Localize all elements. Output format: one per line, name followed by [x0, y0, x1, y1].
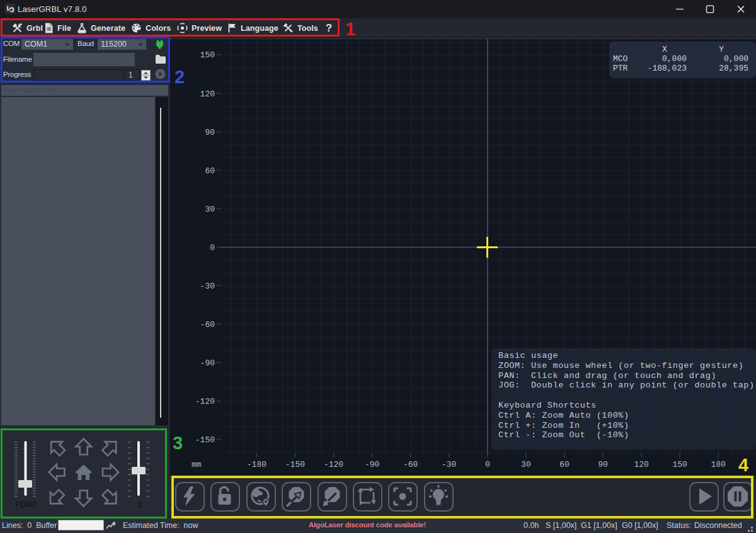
- svg-text:0: 0: [210, 243, 215, 253]
- svg-text:-90: -90: [200, 358, 215, 368]
- svg-text:-120: -120: [195, 397, 215, 406]
- svg-text:120: 120: [200, 89, 215, 99]
- svg-text:-90: -90: [365, 460, 379, 469]
- svg-text:-60: -60: [403, 460, 418, 469]
- svg-text:30: 30: [205, 205, 215, 214]
- svg-text:-30: -30: [200, 282, 215, 291]
- svg-text:150: 150: [672, 460, 687, 469]
- svg-text:-150: -150: [195, 435, 215, 445]
- svg-text:90: 90: [205, 128, 215, 137]
- svg-text:-60: -60: [200, 320, 215, 330]
- svg-text:60: 60: [205, 166, 215, 176]
- svg-text:120: 120: [634, 460, 648, 469]
- svg-text:-120: -120: [324, 460, 343, 469]
- svg-text:90: 90: [598, 460, 608, 469]
- svg-text:0: 0: [485, 460, 490, 469]
- svg-text:180: 180: [711, 460, 725, 469]
- svg-text:-180: -180: [247, 460, 266, 469]
- svg-text:60: 60: [559, 460, 570, 469]
- svg-text:-150: -150: [285, 460, 305, 469]
- svg-text:30: 30: [521, 460, 531, 469]
- svg-text:mm: mm: [192, 460, 202, 469]
- svg-text:150: 150: [200, 50, 215, 60]
- svg-text:-30: -30: [442, 460, 456, 469]
